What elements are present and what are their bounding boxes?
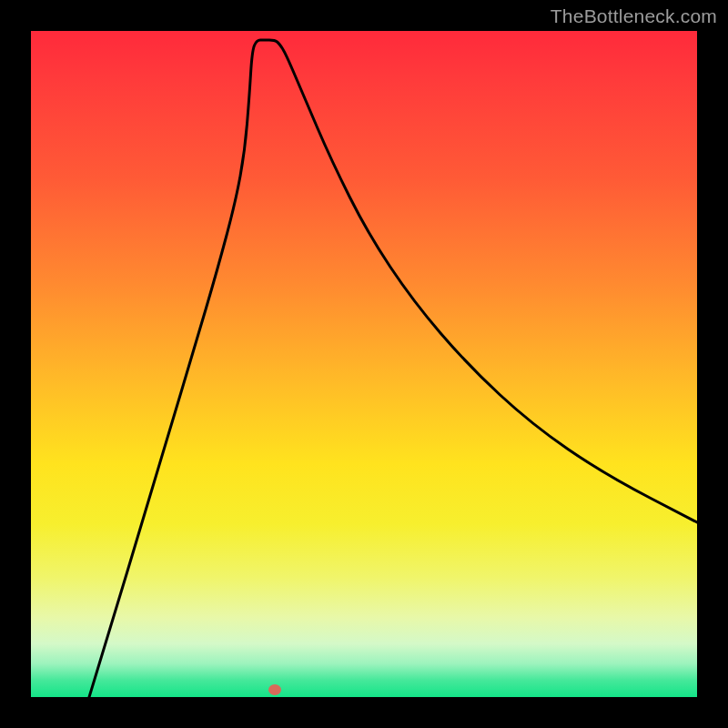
bottleneck-curve: [89, 40, 697, 697]
watermark-text: TheBottleneck.com: [551, 5, 717, 27]
plot-frame: [31, 31, 697, 697]
optimum-marker: [268, 684, 281, 695]
plot-svg: [31, 31, 697, 697]
